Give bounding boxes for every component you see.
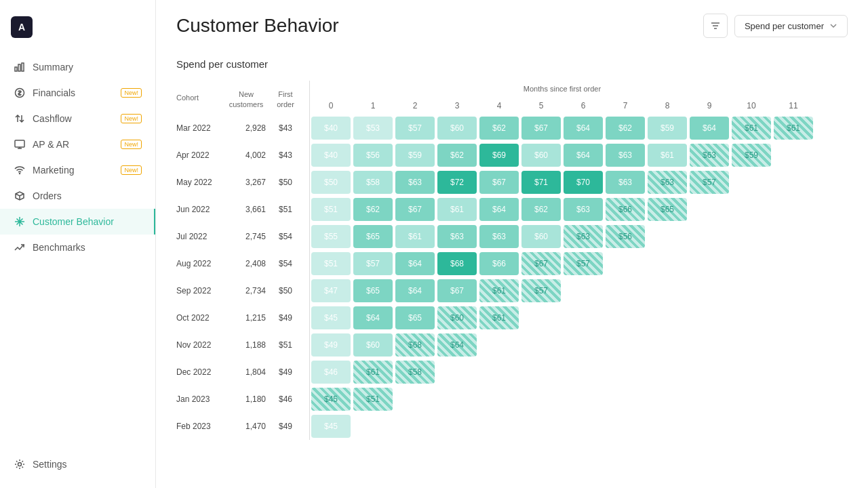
first-order-value: $43 <box>267 115 304 142</box>
app-logo: A <box>11 16 33 38</box>
sidebar-item-apar[interactable]: AP & AR New! <box>0 131 155 157</box>
cohort-cell: $64 <box>394 250 436 277</box>
cohort-cell: $70 <box>562 169 604 196</box>
cohort-cell: $63 <box>604 169 646 196</box>
cohort-cell: $60 <box>436 304 478 331</box>
new-customers-value: 1,804 <box>225 359 267 386</box>
cohort-cell: $65 <box>352 223 394 250</box>
new-customers-value: 2,928 <box>225 115 267 142</box>
cohort-cell <box>688 359 730 386</box>
cohort-cell <box>394 413 436 440</box>
month-header-9: 9 <box>688 97 730 115</box>
cohort-cell: $65 <box>646 196 688 223</box>
sidebar: A Summary Financials New! Cashflow New! … <box>0 0 156 488</box>
first-order-value: $43 <box>267 142 304 169</box>
section-title: Spend per customer <box>176 58 848 70</box>
sidebar-item-financials[interactable]: Financials New! <box>0 80 155 106</box>
sidebar-item-summary[interactable]: Summary <box>0 54 155 80</box>
cohort-cell: $59 <box>394 142 436 169</box>
new-customers-value: 1,188 <box>225 331 267 359</box>
top-bar: Customer Behavior Spend per customer <box>176 14 848 38</box>
cohort-cell: $57 <box>562 250 604 277</box>
cohort-cell <box>646 386 688 413</box>
cohort-cell: $60 <box>436 115 478 142</box>
cohort-cell <box>646 413 688 440</box>
cohort-cell: $63 <box>604 142 646 169</box>
first-order-value: $51 <box>267 196 304 223</box>
cohort-cell: $61 <box>646 142 688 169</box>
cohort-cell: $51 <box>352 386 394 413</box>
cohort-cell <box>520 304 562 331</box>
cohort-cell <box>772 223 814 250</box>
cohort-cell: $56 <box>604 223 646 250</box>
cohort-cell <box>772 250 814 277</box>
table-row: Aug 20222,408$54$51$57$64$68$66$67$57 <box>176 250 814 277</box>
svg-rect-2 <box>22 63 24 71</box>
table-container: Cohort Newcustomers Firstorder Months si… <box>176 81 848 440</box>
cohort-cell: $61 <box>478 277 520 304</box>
svg-rect-4 <box>15 140 24 147</box>
sidebar-item-settings[interactable]: Settings <box>0 451 155 477</box>
cohort-cell: $67 <box>520 115 562 142</box>
cohort-cell: $60 <box>520 223 562 250</box>
sidebar-item-marketing[interactable]: Marketing New! <box>0 157 155 183</box>
filter-button[interactable] <box>703 14 728 38</box>
cohort-cell: $61 <box>730 115 772 142</box>
cohort-cell <box>520 413 562 440</box>
cohort-cell: $57 <box>520 277 562 304</box>
first-order-value: $54 <box>267 223 304 250</box>
table-row: Nov 20221,188$51$49$60$68$64 <box>176 331 814 359</box>
cohort-cell: $69 <box>478 142 520 169</box>
cohort-cell: $63 <box>478 223 520 250</box>
cohort-cell: $61 <box>436 196 478 223</box>
months-header: Months since first order <box>310 81 815 97</box>
cohort-cell <box>688 250 730 277</box>
cohort-cell: $51 <box>310 196 353 223</box>
col-header-cohort: Cohort <box>176 81 225 115</box>
cohort-cell: $67 <box>478 169 520 196</box>
cohort-cell <box>688 386 730 413</box>
cohort-cell: $66 <box>604 196 646 223</box>
cohort-cell <box>562 304 604 331</box>
new-customers-value: 3,267 <box>225 169 267 196</box>
cohort-cell: $51 <box>310 250 353 277</box>
cohort-cell <box>604 250 646 277</box>
table-row: Apr 20224,002$43$40$56$59$62$69$60$64$63… <box>176 142 814 169</box>
cohort-cell <box>604 359 646 386</box>
cohort-cell: $61 <box>772 115 814 142</box>
svg-rect-1 <box>18 64 20 71</box>
cohort-cell <box>352 413 394 440</box>
cohort-cell: $63 <box>436 223 478 250</box>
month-header-6: 6 <box>562 97 604 115</box>
cohort-label: Dec 2022 <box>176 359 225 386</box>
cohort-cell <box>478 359 520 386</box>
cohort-cell <box>646 304 688 331</box>
metric-dropdown[interactable]: Spend per customer <box>734 15 848 37</box>
cohort-cell: $47 <box>310 277 353 304</box>
table-row: Feb 20231,470$49$45 <box>176 413 814 440</box>
cohort-cell <box>646 223 688 250</box>
cohort-cell <box>688 331 730 359</box>
cohort-cell <box>478 331 520 359</box>
new-customers-value: 4,002 <box>225 142 267 169</box>
cohort-cell <box>730 304 772 331</box>
cohort-cell <box>772 142 814 169</box>
sidebar-item-benchmarks[interactable]: Benchmarks <box>0 235 155 260</box>
sidebar-item-customer-behavior[interactable]: Customer Behavior <box>0 209 155 235</box>
cohort-cell: $61 <box>478 304 520 331</box>
cohort-cell: $71 <box>520 169 562 196</box>
table-row: Dec 20221,804$49$46$61$58 <box>176 359 814 386</box>
cohort-cell <box>646 331 688 359</box>
cohort-cell: $53 <box>352 115 394 142</box>
cohort-cell: $62 <box>352 196 394 223</box>
cohort-cell: $72 <box>436 169 478 196</box>
sidebar-item-cashflow[interactable]: Cashflow New! <box>0 106 155 131</box>
cohort-cell: $57 <box>394 115 436 142</box>
table-row: Mar 20222,928$43$40$53$57$60$62$67$64$62… <box>176 115 814 142</box>
sidebar-item-orders[interactable]: Orders <box>0 183 155 209</box>
cohort-cell <box>604 413 646 440</box>
table-row: Jun 20223,661$51$51$62$67$61$64$62$63$66… <box>176 196 814 223</box>
cohort-cell: $64 <box>688 115 730 142</box>
new-customers-value: 2,745 <box>225 223 267 250</box>
cohort-cell: $67 <box>394 196 436 223</box>
